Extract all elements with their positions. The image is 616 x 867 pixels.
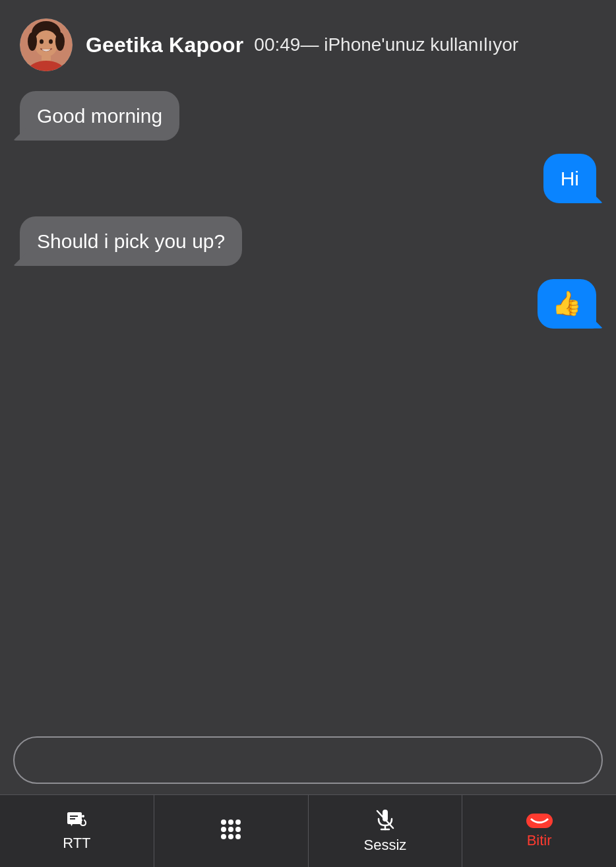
call-header: Geetika Kapoor 00:49— iPhone'unuz kullan…	[0, 0, 616, 84]
message-bubble-incoming-2: Should i pick you up?	[20, 216, 242, 266]
message-row: 👍	[20, 279, 596, 329]
message-row: Good morning	[20, 91, 596, 141]
svg-point-9	[82, 815, 84, 818]
rtt-icon	[65, 811, 88, 831]
svg-point-3	[28, 32, 37, 51]
bottom-toolbar: RTT	[0, 794, 616, 867]
keypad-dot	[221, 834, 226, 839]
end-call-icon	[526, 814, 553, 828]
message-text: Should i pick you up?	[37, 230, 225, 252]
message-text: 👍	[552, 290, 582, 317]
message-bubble-outgoing-2: 👍	[538, 279, 596, 329]
avatar	[20, 18, 73, 71]
message-input[interactable]	[13, 736, 603, 784]
mute-label: Sessiz	[363, 837, 406, 854]
mute-button[interactable]: Sessiz	[309, 795, 463, 867]
call-timer-status: 00:49— iPhone'unuz kullanılıyor	[254, 34, 518, 55]
messages-container: Good morning Hi Should i pick you up? 👍	[0, 84, 616, 726]
app-container: Geetika Kapoor 00:49— iPhone'unuz kullan…	[0, 0, 616, 867]
end-call-button[interactable]: Bitir	[462, 795, 616, 867]
keypad-dot	[221, 819, 226, 825]
rtt-label: RTT	[63, 835, 90, 852]
message-text: Hi	[561, 168, 579, 189]
mute-icon	[375, 808, 396, 833]
message-bubble-incoming-1: Good morning	[20, 91, 179, 141]
call-status-text: — iPhone'unuz kullanılıyor	[300, 34, 518, 55]
svg-point-6	[49, 40, 53, 44]
header-info: Geetika Kapoor 00:49— iPhone'unuz kullan…	[86, 33, 518, 57]
keypad-dot	[235, 827, 241, 832]
contact-name: Geetika Kapoor	[86, 33, 243, 57]
keypad-dot	[228, 819, 233, 825]
message-row: Hi	[20, 154, 596, 203]
keypad-dot	[228, 827, 233, 832]
keypad-dot	[221, 827, 226, 832]
svg-point-2	[34, 30, 58, 57]
end-label: Bitir	[527, 832, 552, 849]
keypad-button[interactable]	[154, 795, 309, 867]
message-row: Should i pick you up?	[20, 216, 596, 266]
call-timer: 00:49	[254, 34, 300, 55]
keypad-dot	[235, 834, 241, 839]
keypad-icon	[221, 819, 241, 839]
message-bubble-outgoing-1: Hi	[543, 154, 596, 203]
message-text: Good morning	[37, 105, 162, 127]
input-area	[0, 726, 616, 794]
keypad-dot	[235, 819, 241, 825]
svg-point-4	[55, 32, 65, 51]
svg-point-5	[40, 40, 44, 44]
keypad-dot	[228, 834, 233, 839]
rtt-button[interactable]: RTT	[0, 795, 154, 867]
